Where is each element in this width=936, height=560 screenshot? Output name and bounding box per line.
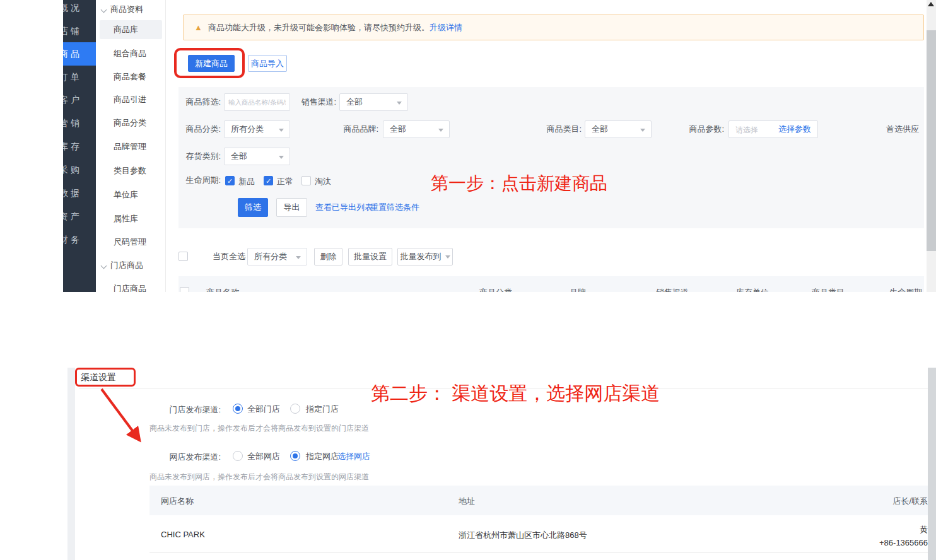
upgrade-banner: ▲ 商品功能大升级，未升级可能会影响体验，请尽快预约升级。 升级详情 (183, 15, 924, 40)
submenu-item-product-category[interactable]: 商品分类 (100, 114, 162, 132)
submenu-group-product-data[interactable]: 商品资料 (96, 0, 165, 19)
submenu-item-size-mgmt[interactable]: 尺码管理 (100, 233, 162, 252)
left-gutter (67, 368, 75, 560)
lifecycle-out-checkbox[interactable] (301, 176, 311, 185)
col-listing: 商品类目 (812, 287, 845, 292)
choose-param-link[interactable]: 选择参数 (778, 121, 811, 137)
col-shop-address: 地址 (459, 496, 475, 507)
store-all-radio[interactable] (233, 404, 243, 414)
delete-button[interactable]: 删除 (314, 248, 342, 265)
online-specified-label: 指定网店 (306, 451, 339, 462)
sale-channel-select[interactable]: 全部 (339, 93, 408, 111)
col-product-name: 商品名称 (206, 287, 239, 292)
submenu-item-brand-mgmt[interactable]: 品牌管理 (100, 137, 162, 156)
keyword-input[interactable] (225, 94, 290, 110)
step2-annotation: 第二步： 渠道设置，选择网店渠道 (371, 381, 660, 407)
export-button[interactable]: 导出 (276, 198, 307, 217)
store-specified-radio[interactable] (290, 404, 300, 414)
online-channel-note: 商品未发布到网店，操作发布后才会将商品发布到设置的网店渠道 (149, 472, 369, 482)
keyword-filter-label: 商品筛选: (178, 93, 221, 111)
sidebar-item-inventory[interactable]: 库存 (63, 135, 96, 158)
sidebar-item-finance[interactable]: 财务 (63, 228, 96, 252)
upgrade-banner-text: 商品功能大升级，未升级可能会影响体验，请尽快预约升级。 (208, 22, 430, 33)
select-all-checkbox[interactable] (178, 252, 188, 261)
keyword-input-wrap (224, 93, 290, 111)
lifecycle-out-label: 淘汰 (315, 176, 331, 187)
col-shop-contact: 店长/联系 (892, 496, 928, 507)
submenu-item-unit-library[interactable]: 单位库 (100, 185, 162, 204)
param-picker[interactable]: 请选择 选择参数 (728, 120, 818, 138)
chevron-down-icon (296, 256, 301, 259)
right-scrollbar-strip[interactable] (928, 368, 936, 560)
upgrade-details-link[interactable]: 升级详情 (430, 22, 462, 33)
product-submenu: 商品资料 商品库 组合商品 商品套餐 商品引进 商品分类 品牌管理 类目参数 单… (96, 0, 166, 292)
submenu-item-listing-params[interactable]: 类目参数 (100, 161, 162, 180)
sidebar-item-overview[interactable]: 概况 (63, 0, 96, 20)
submenu-item-product-package[interactable]: 商品套餐 (100, 67, 162, 86)
sidebar-item-customer[interactable]: 客户 (63, 88, 96, 112)
select-all-label: 当页全选 (213, 248, 245, 265)
chevron-down-icon (101, 7, 107, 13)
sale-channel-label: 销售渠道: (293, 93, 336, 111)
brand-value: 全部 (390, 124, 406, 134)
submenu-group-label: 商品资料 (110, 4, 143, 14)
chevron-down-icon (438, 129, 443, 132)
supplier-filter-label: 首选供应 (886, 120, 924, 138)
sidebar-item-order[interactable]: 订单 (63, 66, 96, 89)
bulk-publish-button[interactable]: 批量发布到 (397, 248, 453, 265)
view-exported-link[interactable]: 查看已导出列表 (315, 198, 373, 217)
submenu-item-attr-library[interactable]: 属性库 (100, 209, 162, 228)
col-product-category: 商品分类 (479, 287, 512, 292)
chevron-down-icon (279, 156, 284, 159)
new-product-button[interactable]: 新建商品 (188, 55, 235, 72)
listing-select[interactable]: 全部 (585, 120, 652, 138)
scroll-up-arrow-icon[interactable] (928, 2, 934, 6)
sidebar-item-shop[interactable]: 店铺 (63, 20, 96, 43)
brand-select[interactable]: 全部 (383, 120, 450, 138)
online-all-radio[interactable] (233, 451, 243, 461)
stock-type-label: 存货类别: (178, 148, 221, 165)
step2-arrow-annotation (93, 387, 219, 456)
import-product-button[interactable]: 商品导入 (248, 55, 287, 72)
sidebar-item-purchase[interactable]: 采购 (63, 158, 96, 182)
scrollbar-thumb[interactable] (927, 30, 936, 251)
filter-panel: 商品筛选: 销售渠道: 全部 商品分类: 所有分类 商品品牌: 全部 (178, 87, 924, 228)
header-select-checkbox[interactable] (180, 287, 189, 292)
shop-name-cell: CHIC PARK (161, 530, 205, 539)
vertical-scrollbar[interactable] (927, 0, 936, 292)
reset-filter-link[interactable]: 重置筛选条件 (370, 198, 419, 217)
product-list-screenshot: 概况 店铺 商品 订单 客户 营销 库存 采购 数据 资产 财务 商品资料 商品… (63, 0, 936, 292)
col-brand: 品牌 (570, 287, 586, 292)
lifecycle-normal-checkbox[interactable]: ✓ (264, 176, 273, 185)
sidebar-item-marketing[interactable]: 营销 (63, 112, 96, 135)
filter-button[interactable]: 筛选 (238, 198, 268, 217)
lifecycle-normal-label: 正常 (277, 176, 293, 187)
choose-shop-link[interactable]: 选择网店 (337, 451, 370, 462)
bulk-category-select[interactable]: 所有分类 (247, 248, 307, 265)
submenu-item-store-product[interactable]: 门店商品 (100, 279, 162, 292)
sidebar-item-asset[interactable]: 资产 (63, 205, 96, 228)
category-select[interactable]: 所有分类 (224, 120, 290, 138)
lifecycle-new-checkbox[interactable]: ✓ (225, 176, 235, 185)
sidebar-item-data[interactable]: 数据 (63, 182, 96, 205)
submenu-item-combo-product[interactable]: 组合商品 (100, 44, 162, 63)
submenu-item-product-library[interactable]: 商品库 (100, 20, 162, 39)
bulk-set-button[interactable]: 批量设置 (348, 248, 392, 265)
product-list-content: ▲ 商品功能大升级，未升级可能会影响体验，请尽快预约升级。 升级详情 新建商品 … (166, 0, 927, 292)
store-all-label: 全部门店 (247, 404, 280, 415)
sale-channel-value: 全部 (346, 97, 363, 107)
submenu-item-product-intro[interactable]: 商品引进 (100, 90, 162, 109)
store-specified-label: 指定门店 (306, 404, 339, 415)
submenu-group-store-product[interactable]: 门店商品 (96, 256, 165, 275)
submenu-group-label: 门店商品 (110, 260, 143, 270)
chevron-down-icon (445, 255, 450, 259)
stock-type-select[interactable]: 全部 (224, 148, 290, 165)
stock-type-value: 全部 (231, 151, 247, 161)
row-divider (149, 552, 928, 553)
online-specified-radio[interactable] (290, 451, 300, 461)
shop-address-cell: 浙江省杭州市萧山区市心北路868号 (459, 530, 587, 541)
bulk-publish-label: 批量发布到 (401, 251, 442, 262)
sidebar-item-product[interactable]: 商品 (63, 42, 96, 66)
shop-contact-cell: 黄 +86-1365666 (879, 523, 928, 549)
main-sidebar: 概况 店铺 商品 订单 客户 营销 库存 采购 数据 资产 财务 (63, 0, 96, 292)
